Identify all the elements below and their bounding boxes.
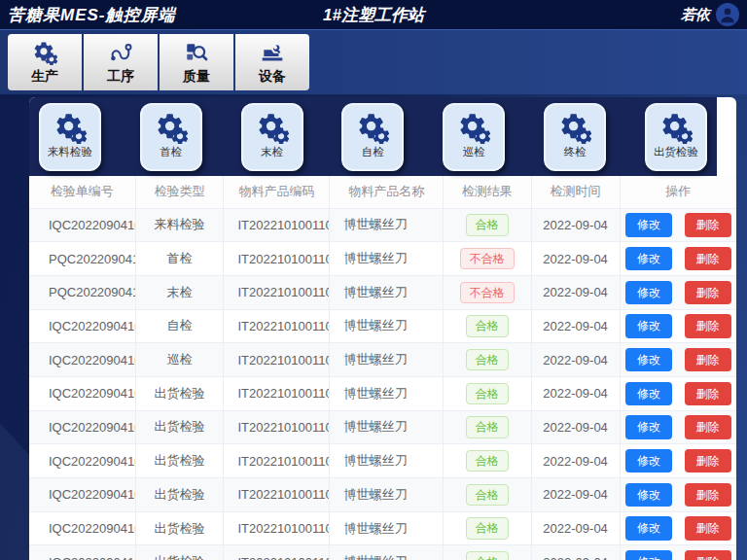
delete-button[interactable]: 删除: [685, 213, 731, 236]
delete-button[interactable]: 删除: [685, 483, 731, 507]
result-badge: 合格: [466, 517, 509, 539]
delete-button[interactable]: 删除: [685, 382, 731, 405]
edit-button[interactable]: 修改: [625, 382, 672, 405]
edit-button[interactable]: 修改: [625, 449, 672, 472]
shortcut-label: 自检: [362, 145, 384, 159]
delete-button[interactable]: 删除: [685, 314, 731, 337]
edit-button[interactable]: 修改: [625, 483, 672, 507]
process-route-icon: [108, 40, 133, 65]
result-cell: 合格: [443, 208, 531, 242]
type-cell: 自检: [135, 309, 224, 343]
edit-button[interactable]: 修改: [625, 516, 672, 540]
shortcut-label: 巡检: [463, 145, 485, 159]
type-cell: 末检: [135, 275, 224, 309]
type-cell: 巡检: [135, 343, 224, 377]
result-badge: 合格: [466, 349, 509, 370]
inspection-shortcut-button[interactable]: 来料检验: [39, 103, 101, 171]
actions-cell: 修改 删除: [620, 242, 736, 276]
content-panel: 来料检验 首检 末检 自检 巡检 终检 出货检验 检验单编号 检验类型 物料产品…: [29, 97, 736, 560]
result-cell: 合格: [443, 545, 531, 560]
delete-button[interactable]: 删除: [685, 449, 731, 472]
order-no-cell: IQC202209041001: [29, 343, 135, 377]
material-name-cell: 博世螺丝刀: [330, 410, 443, 444]
inspection-shortcut-button[interactable]: 自检: [341, 103, 404, 171]
material-code-cell: IT2022101001101: [224, 478, 330, 512]
result-badge: 合格: [466, 315, 509, 336]
time-cell: 2022-09-04: [531, 208, 620, 242]
shortcut-label: 终检: [564, 145, 587, 159]
user-menu[interactable]: 若依: [681, 3, 739, 26]
inspection-shortcut-button[interactable]: 终检: [544, 103, 606, 171]
type-cell: 出货检验: [135, 545, 224, 560]
delete-button[interactable]: 删除: [685, 281, 731, 304]
table-row: IQC202209041001 出货检验 IT2022101001101 博世螺…: [29, 444, 736, 478]
shortcut-label: 出货检验: [654, 145, 698, 159]
delete-button[interactable]: 删除: [685, 550, 731, 560]
module-tab-bar: 生产 工序 质量 设备: [0, 29, 747, 94]
time-cell: 2022-09-04: [531, 376, 620, 410]
actions-cell: 修改 删除: [620, 478, 736, 512]
inspection-table-body: IQC202209041001 来料检验 IT2022101001101 博世螺…: [29, 208, 736, 560]
order-no-cell: IQC202209041001: [29, 545, 135, 560]
actions-cell: 修改 删除: [620, 511, 736, 545]
top-bar: 苦糖果MES-触控屏端 1#注塑工作站 若依: [0, 0, 747, 29]
tab-label: 生产: [31, 68, 58, 86]
material-code-cell: IT2022101001101: [224, 444, 330, 478]
type-cell: 出货检验: [135, 444, 224, 478]
delete-button[interactable]: 删除: [685, 247, 731, 270]
edit-button[interactable]: 修改: [625, 247, 672, 270]
username: 若依: [681, 6, 710, 24]
delete-button[interactable]: 删除: [685, 415, 731, 438]
order-no-cell: IQC202209041001: [29, 376, 135, 410]
gears-icon: [53, 111, 87, 144]
tab-label: 设备: [259, 68, 286, 86]
actions-cell: 修改 删除: [620, 208, 736, 242]
material-name-cell: 博世螺丝刀: [330, 309, 443, 343]
result-cell: 合格: [443, 444, 531, 478]
time-cell: 2022-09-04: [531, 309, 620, 343]
result-cell: 合格: [443, 343, 531, 377]
tab-equipment[interactable]: 设备: [235, 34, 309, 90]
tab-production[interactable]: 生产: [8, 34, 82, 90]
inspection-shortcut-button[interactable]: 末检: [241, 103, 303, 171]
material-name-cell: 博世螺丝刀: [330, 242, 443, 276]
edit-button[interactable]: 修改: [625, 415, 672, 438]
inspection-table: 检验单编号 检验类型 物料产品编码 物料产品名称 检测结果 检测时间 操作 IQ…: [29, 176, 736, 560]
inspection-shortcut-button[interactable]: 巡检: [443, 103, 505, 171]
material-code-cell: IT2022101001101: [224, 208, 330, 242]
result-cell: 不合格: [443, 275, 531, 309]
delete-button[interactable]: 删除: [685, 516, 731, 540]
production-gears-icon: [32, 40, 57, 65]
order-no-cell: IQC202209041001: [29, 478, 135, 512]
inspection-shortcut-button[interactable]: 首检: [140, 103, 202, 171]
result-cell: 合格: [443, 309, 531, 343]
gears-icon: [155, 111, 188, 144]
result-badge: 合格: [466, 214, 509, 235]
order-no-cell: PQC202209041001: [29, 242, 135, 276]
edit-button[interactable]: 修改: [625, 314, 672, 337]
material-code-cell: IT2022101001101: [224, 545, 330, 560]
gears-icon: [356, 111, 389, 144]
user-avatar-icon[interactable]: [716, 3, 739, 26]
material-name-cell: 博世螺丝刀: [330, 444, 443, 478]
app-title: 苦糖果MES-触控屏端: [8, 4, 176, 26]
edit-button[interactable]: 修改: [625, 281, 672, 304]
gears-icon: [256, 111, 289, 144]
edit-button[interactable]: 修改: [625, 348, 672, 371]
result-cell: 合格: [443, 410, 531, 444]
delete-button[interactable]: 删除: [685, 348, 731, 371]
inspection-shortcut-button[interactable]: 出货检验: [645, 103, 707, 171]
col-order-no: 检验单编号: [29, 176, 135, 208]
material-code-cell: IT2022101001101: [224, 343, 330, 377]
type-cell: 出货检验: [135, 511, 224, 545]
edit-button[interactable]: 修改: [625, 550, 672, 560]
edit-button[interactable]: 修改: [625, 213, 672, 236]
col-actions: 操作: [620, 176, 736, 208]
tab-process[interactable]: 工序: [84, 34, 158, 90]
quality-magnifier-icon: [184, 40, 209, 65]
table-row: PQC202209041001 首检 IT2022101001101 博世螺丝刀…: [29, 242, 736, 276]
tab-label: 质量: [183, 68, 210, 86]
material-name-cell: 博世螺丝刀: [330, 376, 443, 410]
inspection-shortcut-strip: 来料检验 首检 末检 自检 巡检 终检 出货检验: [29, 97, 717, 176]
tab-quality[interactable]: 质量: [160, 34, 233, 90]
